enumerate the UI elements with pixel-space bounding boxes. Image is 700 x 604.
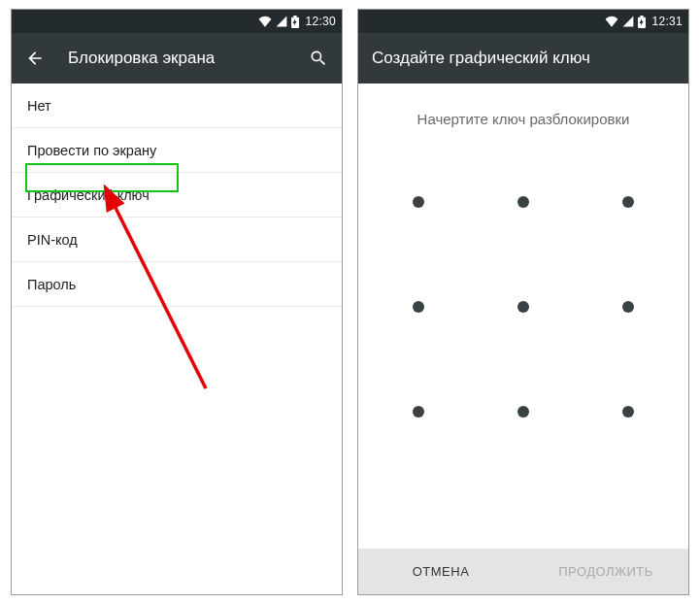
lock-option-password[interactable]: Пароль [12,262,342,307]
cancel-button[interactable]: ОТМЕНА [358,549,523,594]
lock-option-label: Нет [27,98,51,114]
app-bar: Блокировка экрана [12,33,342,84]
lock-option-label: PIN-код [27,232,78,248]
lock-option-swipe[interactable]: Провести по экрану [12,128,342,173]
phone-screenshot-lock-options: 12:30 Блокировка экрана Нет Провести по … [11,9,343,595]
pattern-dot[interactable] [413,406,424,418]
button-bar: ОТМЕНА ПРОДОЛЖИТЬ [358,549,688,594]
battery-icon [638,16,646,28]
page-title: Блокировка экрана [68,49,285,68]
status-time: 12:30 [305,15,336,28]
status-bar: 12:30 [12,10,342,33]
app-bar: Создайте графический ключ [358,33,688,84]
lock-options-list: Нет Провести по экрану Графический ключ … [12,84,342,307]
back-arrow-icon[interactable] [25,49,45,68]
lock-option-label: Провести по экрану [27,143,156,158]
search-icon[interactable] [309,49,328,68]
continue-button: ПРОДОЛЖИТЬ [523,549,688,594]
pattern-grid[interactable] [392,176,654,438]
status-time: 12:31 [651,15,683,28]
pattern-dot[interactable] [622,301,634,313]
page-title: Создайте графический ключ [372,49,675,68]
pattern-dot[interactable] [413,301,424,313]
signal-icon [276,16,287,27]
battery-icon [291,16,299,28]
pattern-dot[interactable] [517,301,529,313]
button-label: ПРОДОЛЖИТЬ [558,564,653,579]
lock-option-label: Графический ключ [27,187,150,203]
signal-icon [622,16,634,27]
status-bar: 12:31 [358,10,688,33]
pattern-dot[interactable] [622,196,634,208]
pattern-instruction: Начертите ключ разблокировки [358,84,688,137]
pattern-dot[interactable] [413,196,424,208]
lock-option-pin[interactable]: PIN-код [12,218,342,262]
pattern-dot[interactable] [517,196,529,208]
lock-option-none[interactable]: Нет [12,84,342,128]
lock-option-label: Пароль [27,277,76,292]
wifi-icon [605,16,618,27]
wifi-icon [258,16,272,27]
pattern-dot[interactable] [622,406,634,418]
lock-option-pattern[interactable]: Графический ключ [12,173,342,218]
pattern-dot[interactable] [517,406,529,418]
button-label: ОТМЕНА [413,564,470,579]
phone-screenshot-draw-pattern: 12:31 Создайте графический ключ Начертит… [357,9,689,595]
